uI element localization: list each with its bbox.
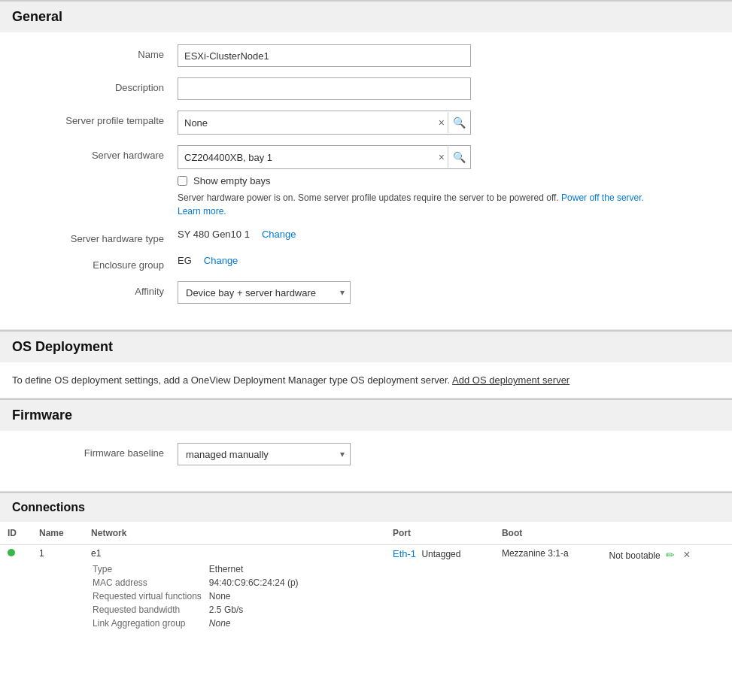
server-profile-template-search-button[interactable]: 🔍 <box>448 112 470 133</box>
vfunc-value: None <box>209 590 305 602</box>
connections-table: ID Name Network Port Boot 1 e1 <box>0 522 732 634</box>
os-deployment-header: OS Deployment <box>0 330 732 362</box>
connection-name: e1 Type Ethernet MAC address 94:40:C9:6C… <box>84 545 385 635</box>
os-deployment-section: OS Deployment To define OS deployment se… <box>0 330 732 398</box>
connection-status <box>0 545 32 635</box>
server-profile-template-row: Server profile tempalte × 🔍 <box>0 111 732 135</box>
os-deployment-body: To define OS deployment settings, add a … <box>0 362 732 398</box>
server-hardware-type-control: SY 480 Gen10 1 Change <box>178 229 720 240</box>
lag-value: None <box>209 617 305 629</box>
server-profile-template-input[interactable] <box>178 111 436 134</box>
col-name: Name <box>32 522 84 545</box>
col-id: ID <box>0 522 32 545</box>
connection-network-link[interactable]: Eth-1 <box>393 548 416 559</box>
learn-more-link[interactable]: Learn more. <box>178 206 226 217</box>
name-input[interactable] <box>178 44 471 67</box>
server-hardware-search-button[interactable]: 🔍 <box>448 147 470 168</box>
affinity-select-wrap: Device bay + server hardware Device bay <box>178 281 351 304</box>
connection-name-value: e1 <box>91 548 378 559</box>
server-hardware-type-value: SY 480 Gen10 1 <box>178 229 250 240</box>
firmware-title: Firmware <box>12 408 720 423</box>
vfunc-label: Requested virtual functions <box>93 590 208 602</box>
show-empty-bays-checkbox[interactable] <box>178 176 187 186</box>
server-profile-template-control: × 🔍 <box>178 111 720 135</box>
server-hardware-type-label: Server hardware type <box>12 229 178 244</box>
server-hardware-row: Server hardware × 🔍 Show empty bays Serv… <box>0 145 732 218</box>
server-profile-template-clear-button[interactable]: × <box>436 117 448 128</box>
add-os-deployment-server-link[interactable]: Add OS deployment server <box>452 374 570 386</box>
bandwidth-label: Requested bandwidth <box>93 604 208 616</box>
description-label: Description <box>12 77 178 93</box>
firmware-header: Firmware <box>0 398 732 431</box>
detail-bandwidth-row: Requested bandwidth 2.5 Gb/s <box>93 604 305 616</box>
search-icon: 🔍 <box>453 117 466 129</box>
connection-port: Mezzanine 3:1-a <box>494 545 602 635</box>
connection-boot: Not bootable ✏ × <box>602 545 732 635</box>
enclosure-group-change-link[interactable]: Change <box>204 255 238 266</box>
general-section: General Name Description Server profile … <box>0 0 732 330</box>
type-value: Ethernet <box>209 563 305 575</box>
connection-network-tag: Untagged <box>421 549 460 559</box>
hardware-type-row: SY 480 Gen10 1 Change <box>178 229 720 240</box>
description-row: Description <box>0 77 732 100</box>
server-hardware-type-change-link[interactable]: Change <box>262 229 296 240</box>
show-empty-bays-label: Show empty bays <box>193 175 271 186</box>
enclosure-group-row: Enclosure group EG Change <box>0 255 732 271</box>
connection-delete-button[interactable]: × <box>680 548 693 562</box>
server-hardware-input[interactable] <box>178 146 436 168</box>
detail-type-row: Type Ethernet <box>93 563 305 575</box>
bandwidth-value: 2.5 Gb/s <box>209 604 305 616</box>
table-row: 1 e1 Type Ethernet MAC address 94:40:C9:… <box>0 545 732 635</box>
os-deployment-title: OS Deployment <box>12 339 720 355</box>
firmware-baseline-label: Firmware baseline <box>12 443 178 459</box>
name-row: Name <box>0 44 732 67</box>
connections-section: Connections ID Name Network Port Boot 1 <box>0 492 732 634</box>
server-hardware-control: × 🔍 Show empty bays Server hardware powe… <box>178 145 720 218</box>
power-warning-text: Server hardware power is on. Some server… <box>178 191 667 218</box>
connection-id: 1 <box>32 545 84 635</box>
firmware-section: Firmware Firmware baseline managed manua… <box>0 398 732 492</box>
connection-id-value: 1 <box>39 548 44 559</box>
affinity-select[interactable]: Device bay + server hardware Device bay <box>178 281 351 304</box>
firmware-baseline-row-inner: managed manually SPP 2022.03 SPP 2021.11 <box>178 443 720 465</box>
server-hardware-clear-button[interactable]: × <box>436 152 448 162</box>
name-control <box>178 44 720 67</box>
col-boot: Boot <box>494 522 602 545</box>
connection-boot-value: Not bootable <box>609 550 661 561</box>
search-icon: 🔍 <box>453 151 466 163</box>
detail-mac-row: MAC address 94:40:C9:6C:24:24 (p) <box>93 577 305 589</box>
connection-network: Eth-1 Untagged <box>385 545 494 635</box>
mac-label: MAC address <box>93 577 208 589</box>
general-title: General <box>12 9 720 25</box>
enclosure-group-label: Enclosure group <box>12 255 178 271</box>
edit-icon: ✏ <box>666 549 675 561</box>
os-deployment-description: To define OS deployment settings, add a … <box>12 374 450 386</box>
lag-label: Link Aggregation group <box>93 617 208 629</box>
description-control <box>178 77 720 100</box>
connection-name-text: e1 <box>91 548 101 559</box>
server-hardware-type-row: Server hardware type SY 480 Gen10 1 Chan… <box>0 229 732 244</box>
server-profile-template-label: Server profile tempalte <box>12 111 178 126</box>
general-header: General <box>0 0 732 32</box>
description-input[interactable] <box>178 77 471 100</box>
affinity-row: Affinity Device bay + server hardware De… <box>0 281 732 304</box>
connection-details-table: Type Ethernet MAC address 94:40:C9:6C:24… <box>91 562 306 631</box>
firmware-baseline-row: Firmware baseline managed manually SPP 2… <box>0 443 732 465</box>
power-off-link[interactable]: Power off the server. <box>561 192 644 203</box>
connection-edit-button[interactable]: ✏ <box>663 549 678 561</box>
col-port: Port <box>385 522 494 545</box>
affinity-label: Affinity <box>12 281 178 297</box>
type-label: Type <box>93 563 208 575</box>
affinity-control: Device bay + server hardware Device bay <box>178 281 720 304</box>
col-actions <box>602 522 732 545</box>
mac-value: 94:40:C9:6C:24:24 (p) <box>209 577 305 589</box>
close-icon: × <box>683 548 690 561</box>
detail-vfunc-row: Requested virtual functions None <box>93 590 305 602</box>
connections-header: Connections <box>0 492 732 522</box>
col-network: Network <box>84 522 385 545</box>
firmware-baseline-select[interactable]: managed manually SPP 2022.03 SPP 2021.11 <box>178 443 351 465</box>
firmware-baseline-control: managed manually SPP 2022.03 SPP 2021.11 <box>178 443 720 465</box>
server-hardware-field: × 🔍 <box>178 145 471 169</box>
enclosure-group-control: EG Change <box>178 255 720 266</box>
connections-table-header-row: ID Name Network Port Boot <box>0 522 732 545</box>
